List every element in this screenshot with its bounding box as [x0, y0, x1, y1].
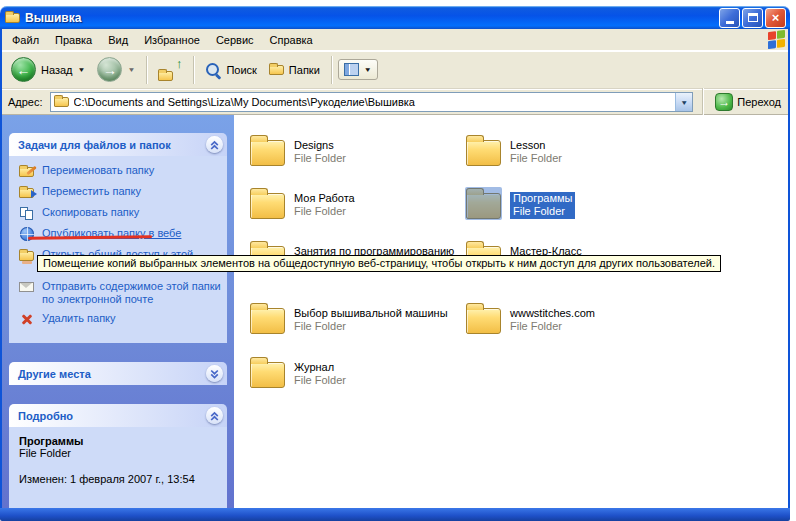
- folder-icon: [466, 193, 501, 219]
- search-button[interactable]: Поиск: [200, 59, 261, 81]
- file-type: File Folder: [294, 320, 448, 333]
- close-button[interactable]: ×: [765, 8, 786, 28]
- task-copy-folder[interactable]: Скопировать папку: [19, 206, 223, 221]
- file-tasks-header[interactable]: Задачи для файлов и папок: [9, 133, 227, 156]
- views-icon: [344, 63, 359, 76]
- file-tasks-title: Задачи для файлов и папок: [18, 139, 171, 151]
- back-dropdown-icon[interactable]: ▼: [78, 66, 86, 73]
- task-delete-folder[interactable]: Удалить папку: [19, 312, 223, 327]
- file-tile-programmy-selected[interactable]: ПрограммыFile Folder: [466, 186, 671, 219]
- search-label: Поиск: [226, 64, 256, 76]
- file-tile-zhurnal[interactable]: ЖурналFile Folder: [250, 355, 455, 388]
- expand-button[interactable]: [206, 365, 223, 382]
- folder-icon: [250, 308, 285, 334]
- task-label: Скопировать папку: [42, 206, 139, 219]
- file-type: File Folder: [510, 152, 562, 165]
- chevron-up-icon: [206, 407, 223, 424]
- file-tile-lesson[interactable]: LessonFile Folder: [466, 133, 671, 166]
- back-icon: ←: [11, 57, 36, 82]
- task-move-folder[interactable]: Переместить папку: [19, 185, 223, 200]
- file-name: Журнал: [294, 361, 346, 374]
- file-type: File Folder: [510, 320, 595, 333]
- details-modified: Изменен: 1 февраля 2007 г., 13:54: [19, 473, 223, 485]
- toolbar-separator: [193, 56, 194, 84]
- forward-dropdown-icon[interactable]: ▼: [127, 66, 135, 73]
- folders-button[interactable]: Папки: [264, 61, 325, 79]
- address-dropdown-button[interactable]: ▼: [675, 93, 692, 111]
- maximize-button[interactable]: [742, 8, 763, 28]
- details-header[interactable]: Подробно: [9, 404, 227, 427]
- tooltip: Помещение копий выбранных элементов на о…: [37, 255, 721, 272]
- file-type: File Folder: [294, 205, 355, 218]
- task-label: Переместить папку: [42, 185, 141, 198]
- views-button[interactable]: ▼: [338, 59, 378, 80]
- details-body: Программы File Folder Изменен: 1 февраля…: [9, 427, 227, 508]
- menu-tools[interactable]: Сервис: [208, 31, 262, 49]
- go-button[interactable]: → Переход: [712, 93, 784, 111]
- task-email-folder[interactable]: Отправить содержимое этой папки по элект…: [19, 280, 223, 306]
- up-button[interactable]: ↑: [153, 56, 187, 84]
- file-tile-vybor-mashiny[interactable]: Выбор вышивальной машиныFile Folder: [250, 301, 455, 334]
- maximize-icon: [748, 13, 758, 22]
- menu-help[interactable]: Справка: [262, 31, 321, 49]
- address-separator: [702, 88, 703, 116]
- menu-favorites[interactable]: Избранное: [136, 31, 208, 49]
- share-folder-icon: [19, 248, 36, 263]
- folder-icon: [250, 362, 285, 388]
- address-folder-icon: [54, 97, 69, 107]
- chevron-up-icon: [206, 136, 223, 153]
- content-area: Задачи для файлов и папок Переименовать …: [2, 115, 788, 508]
- address-input[interactable]: C:\Documents and Settings\Liza\My Docume…: [50, 92, 694, 112]
- task-label: Отправить содержимое этой папки по элект…: [42, 280, 223, 306]
- back-label: Назад: [41, 64, 73, 76]
- collapse-button[interactable]: [206, 136, 223, 153]
- other-places-title: Другие места: [18, 368, 91, 380]
- up-arrow-icon: ↑: [176, 56, 183, 71]
- copy-folder-icon: [19, 206, 36, 221]
- up-folder-glyph: [158, 71, 173, 81]
- forward-icon: →: [97, 57, 122, 82]
- folder-icon: [250, 140, 285, 166]
- menu-view[interactable]: Вид: [100, 31, 136, 49]
- details-type: File Folder: [19, 447, 223, 459]
- file-name: Моя Работа: [294, 192, 355, 205]
- window-title: Вышивка: [25, 11, 717, 25]
- chevron-down-icon: [206, 365, 223, 382]
- file-name: Выбор вышивальной машины: [294, 307, 448, 320]
- file-tasks-body: Переименовать папку Переместить папку Ск…: [9, 156, 227, 343]
- views-dropdown-icon: ▼: [364, 66, 372, 73]
- task-rename-folder[interactable]: Переименовать папку: [19, 164, 223, 179]
- back-button[interactable]: ← Назад ▼: [6, 54, 90, 85]
- file-name: Программы: [510, 192, 575, 205]
- file-name: wwwstitches.com: [510, 307, 595, 320]
- titlebar[interactable]: Вышивка ×: [0, 6, 790, 29]
- file-tile-designs[interactable]: DesignsFile Folder: [250, 133, 455, 166]
- other-places-header[interactable]: Другие места: [9, 362, 227, 385]
- file-list-area: DesignsFile Folder LessonFile Folder Моя…: [234, 115, 788, 508]
- address-dropdown-icon: ▼: [680, 98, 688, 105]
- menu-file[interactable]: Файл: [4, 31, 47, 49]
- forward-button[interactable]: → ▼: [92, 54, 140, 85]
- task-label: Удалить папку: [42, 312, 116, 325]
- details-title: Подробно: [18, 410, 73, 422]
- folders-icon: [269, 65, 284, 75]
- file-type: File Folder: [294, 374, 346, 387]
- address-bar: Адрес: C:\Documents and Settings\Liza\My…: [2, 89, 788, 115]
- minimize-icon: [726, 21, 734, 24]
- close-icon: ×: [772, 11, 780, 24]
- file-type: File Folder: [294, 152, 346, 165]
- address-value: C:\Documents and Settings\Liza\My Docume…: [74, 96, 671, 108]
- details-panel: Подробно Программы File Folder Изменен: …: [9, 404, 227, 508]
- file-tile-moya-rabota[interactable]: Моя РаботаFile Folder: [250, 186, 455, 219]
- minimize-button[interactable]: [719, 8, 740, 28]
- menu-edit[interactable]: Правка: [47, 31, 100, 49]
- task-pane: Задачи для файлов и папок Переименовать …: [2, 115, 234, 508]
- folder-icon: [466, 140, 501, 166]
- collapse-button[interactable]: [206, 407, 223, 424]
- file-type: File Folder: [510, 205, 575, 218]
- window-bottom-border: [0, 508, 790, 521]
- windows-logo-icon: [767, 29, 786, 51]
- file-tile-wwwstitches[interactable]: wwwstitches.comFile Folder: [466, 301, 671, 334]
- task-publish-folder[interactable]: Опубликовать папку в вебе: [19, 227, 223, 242]
- go-label: Переход: [737, 96, 781, 108]
